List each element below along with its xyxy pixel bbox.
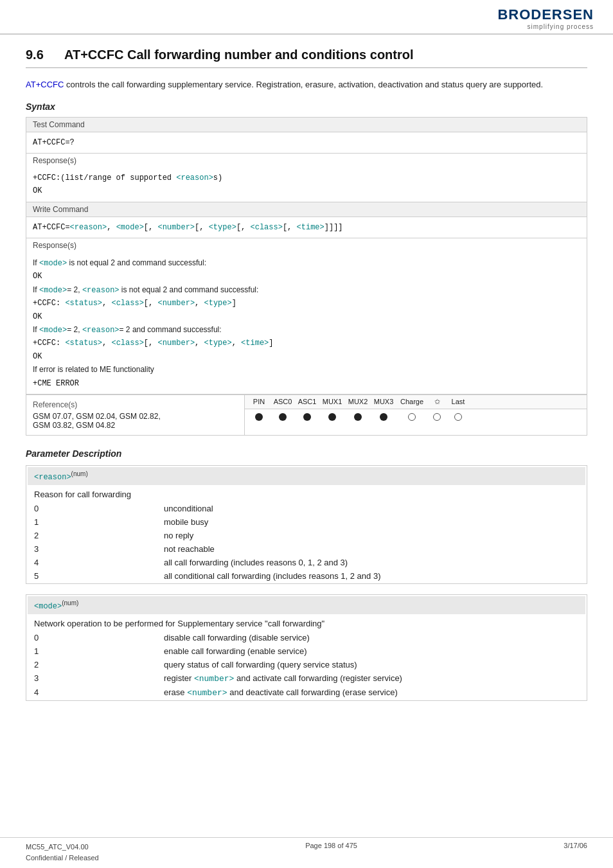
test-response-label: Response(s) [26,153,587,168]
mode-val-3-desc: register <number> and activate call forw… [157,672,585,685]
col-pin: PIN [247,398,271,405]
reason-val-1-num: 1 [28,516,156,528]
reason-val-5-desc: all conditional call forwarding (include… [157,570,585,582]
val-charge [396,413,427,421]
test-command: AT+CCFC=? [26,132,587,153]
val-asc0 [271,413,295,421]
reason-val-4-num: 4 [28,556,156,569]
wr-line1: If <mode> is not equal 2 and command suc… [33,258,206,267]
test-response-line1: +CCFC:(list/range of supported <reason>s… [33,173,222,182]
mode-val-2-num: 2 [28,659,156,671]
col-star: ✩ [427,398,447,406]
mode-val-0-desc: disable call forwarding (disable service… [157,632,585,644]
reference-values: GSM 07.07, GSM 02.04, GSM 02.82,GSM 03.8… [33,412,238,430]
col-mux1: MUX1 [319,398,345,405]
mode-tag: <mode> [34,602,62,611]
syntax-box: Test Command AT+CCFC=? Response(s) +CCFC… [26,117,587,436]
param-desc-heading: Parameter Description [26,448,587,459]
reason-val-2-num: 2 [28,529,156,542]
test-response: +CCFC:(list/range of supported <reason>s… [26,168,587,202]
wr-cme: +CME ERROR [33,379,79,388]
logo-name: BRODERSEN [497,6,594,23]
section-heading: 9.6 AT+CCFC Call forwarding number and c… [26,48,587,68]
test-command-text: AT+CCFC=? [33,138,75,147]
reference-section: Reference(s) GSM 07.07, GSM 02.04, GSM 0… [26,394,587,435]
wr-ok3: OK [33,352,42,361]
logo-area: BRODERSEN simplifying process [497,6,594,30]
mode-val-3-num: 3 [28,672,156,685]
ref-header-row: PIN ASC0 ASC1 MUX1 MUX2 MUX3 Charge ✩ La… [245,395,587,409]
reason-val-0-num: 0 [28,502,156,515]
param-mode-table: <mode>(num) Network operation to be perf… [26,594,587,701]
write-command: AT+CCFC=<reason>, <mode>[, <number>[, <t… [26,217,587,238]
reason-val-4-desc: all call forwarding (includes reasons 0,… [157,556,585,569]
col-last: Last [447,398,470,405]
reference-label: Reference(s) [33,400,238,409]
wr-line5: +CCFC: <status>, <class>[, <number>, <ty… [33,339,274,348]
col-mux2: MUX2 [345,398,371,405]
write-command-text: AT+CCFC=<reason>, <mode>[, <number>[, <t… [33,223,343,232]
reason-val-3-num: 3 [28,543,156,555]
mode-val-2-desc: query status of call forwarding (query s… [157,659,585,671]
val-asc1 [295,413,319,421]
test-command-section: Test Command AT+CCFC=? Response(s) +CCFC… [26,118,587,202]
param-reason-table: <reason>(num) Reason for call forwarding… [26,465,587,584]
main-content: 9.6 AT+CCFC Call forwarding number and c… [0,35,613,731]
val-mux1 [319,413,345,421]
syntax-heading: Syntax [26,102,587,112]
section-number: 9.6 [26,48,51,62]
reason-desc: Reason for call forwarding [28,486,585,501]
reason-tag: <reason> [34,473,71,482]
description-body: controls the call forwarding supplementa… [64,80,543,89]
page-footer: MC55_ATC_V04.00 Confidential / Released … [0,837,613,868]
section-title: AT+CCFC Call forwarding number and condi… [64,48,414,62]
footer-center: Page 198 of 475 [305,842,357,864]
write-response-label: Response(s) [26,238,587,252]
wr-ok1: OK [33,272,42,281]
col-charge: Charge [396,398,427,405]
write-command-section: Write Command AT+CCFC=<reason>, <mode>[,… [26,202,587,394]
write-response: If <mode> is not equal 2 and command suc… [26,252,587,394]
logo-tagline: simplifying process [497,23,594,30]
val-star [427,413,447,421]
param-mode-header: <mode>(num) [28,596,585,614]
wr-ok2: OK [33,312,42,321]
test-label: Test Command [26,118,587,132]
param-reason-header: <reason>(num) [28,467,585,485]
wr-line4: If <mode>= 2, <reason>= 2 and command su… [33,325,222,334]
footer-right: 3/17/06 [564,842,587,864]
mode-val-4-desc: erase <number> and deactivate call forwa… [157,686,585,699]
page-header: BRODERSEN simplifying process [0,0,613,35]
ref-data-row [245,409,587,425]
val-mux2 [345,413,371,421]
footer-status: Confidential / Released [26,853,99,864]
reason-val-3-desc: not reachable [157,543,585,555]
mode-val-4-num: 4 [28,686,156,699]
col-asc1: ASC1 [295,398,319,405]
footer-left: MC55_ATC_V04.00 Confidential / Released [26,842,99,864]
description: AT+CCFC controls the call forwarding sup… [26,78,587,91]
reason-val-1-desc: mobile busy [157,516,585,528]
reason-val-5-num: 5 [28,570,156,582]
wr-line3: +CCFC: <status>, <class>[, <number>, <ty… [33,299,236,308]
mode-desc: Network operation to be performed for Su… [28,616,585,630]
col-mux3: MUX3 [371,398,396,405]
mode-val-0-num: 0 [28,632,156,644]
val-mux3 [371,413,396,421]
mode-val-1-num: 1 [28,645,156,657]
test-ok: OK [33,186,42,195]
footer-doc-id: MC55_ATC_V04.00 [26,842,99,853]
col-asc0: ASC0 [271,398,295,405]
at-ccfc-link[interactable]: AT+CCFC [26,80,64,89]
val-last [447,413,470,421]
mode-val-1-desc: enable call forwarding (enable service) [157,645,585,657]
wr-line2: If <mode>= 2, <reason> is not equal 2 an… [33,285,258,294]
reason-val-2-desc: no reply [157,529,585,542]
val-pin [247,413,271,421]
reference-right: PIN ASC0 ASC1 MUX1 MUX2 MUX3 Charge ✩ La… [245,395,587,435]
reference-left: Reference(s) GSM 07.07, GSM 02.04, GSM 0… [26,395,245,435]
write-label: Write Command [26,202,587,217]
wr-line6: If error is related to ME functionality [33,365,154,374]
reason-val-0-desc: unconditional [157,502,585,515]
